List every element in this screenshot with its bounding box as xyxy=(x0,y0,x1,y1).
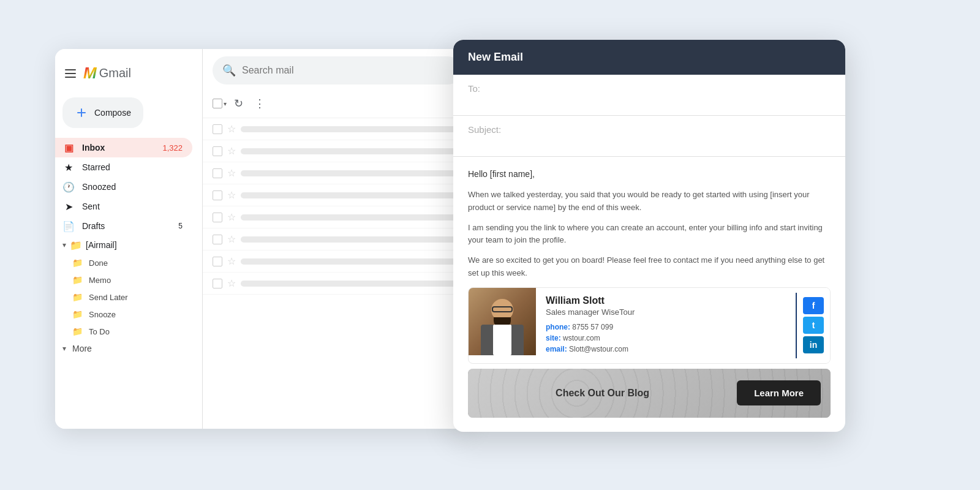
drafts-label: Drafts xyxy=(82,221,105,231)
snoozed-label: Snoozed xyxy=(82,182,116,192)
linkedin-button[interactable]: in xyxy=(803,336,824,353)
todo-label: To Do xyxy=(89,327,110,336)
signature-phone: phone: 8755 57 099 xyxy=(546,323,786,331)
to-input[interactable] xyxy=(468,96,831,106)
signature-site: site: wstour.com xyxy=(546,334,786,342)
row-checkbox[interactable] xyxy=(213,190,222,200)
phone-value: 8755 57 099 xyxy=(572,323,613,331)
twitter-button[interactable]: t xyxy=(803,317,824,334)
to-field-row: To: xyxy=(453,75,845,116)
row-checkbox[interactable] xyxy=(213,168,222,178)
signature-photo xyxy=(469,288,536,355)
star-icon[interactable]: ☆ xyxy=(227,123,236,135)
row-checkbox[interactable] xyxy=(213,257,222,266)
gmail-window: M Gmail Compose ▣ Inbox 1,322 ★ Starred … xyxy=(55,49,472,429)
sidebar-item-more[interactable]: ▾ More xyxy=(55,340,202,357)
memo-label: Memo xyxy=(89,276,111,285)
more-label: More xyxy=(72,344,92,353)
send-later-folder-icon: 📁 xyxy=(72,292,83,302)
plus-icon xyxy=(75,106,88,119)
sidebar-item-todo[interactable]: 📁 To Do xyxy=(55,323,202,340)
person-glasses xyxy=(492,306,513,312)
search-input[interactable] xyxy=(242,65,452,76)
star-icon: ★ xyxy=(62,161,75,173)
row-checkbox[interactable] xyxy=(213,146,222,156)
star-icon[interactable]: ☆ xyxy=(227,233,236,245)
more-chevron-icon: ▾ xyxy=(62,344,66,353)
table-row[interactable]: ☆ xyxy=(203,206,472,228)
person-shirt xyxy=(493,325,511,355)
site-value: wstour.com xyxy=(563,334,600,342)
email-preview-bar xyxy=(241,192,462,198)
email-list-panel: 🔍 ▾ ↻ ⋮ ☆ ☆ ☆ xyxy=(202,49,472,429)
table-row[interactable]: ☆ xyxy=(203,251,472,273)
email-signature: William Slott Sales manager WiseTour pho… xyxy=(468,287,831,364)
sidebar-item-drafts[interactable]: 📄 Drafts 5 xyxy=(55,216,192,236)
table-row[interactable]: ☆ xyxy=(203,118,472,140)
table-row[interactable]: ☆ xyxy=(203,162,472,184)
email-preview-bar xyxy=(241,148,462,154)
sidebar-item-snoozed[interactable]: 🕐 Snoozed xyxy=(55,177,192,197)
email-toolbar: ▾ ↻ ⋮ xyxy=(203,92,472,118)
table-row[interactable]: ☆ xyxy=(203,228,472,251)
star-icon[interactable]: ☆ xyxy=(227,211,236,223)
table-row[interactable]: ☆ xyxy=(203,184,472,206)
sidebar-item-memo[interactable]: 📁 Memo xyxy=(55,271,202,288)
star-icon[interactable]: ☆ xyxy=(227,145,236,157)
star-icon[interactable]: ☆ xyxy=(227,167,236,179)
gmail-m-icon: M xyxy=(83,64,97,83)
snooze-folder-icon: 📁 xyxy=(72,309,83,319)
blog-check-text: Check Out Our Blog xyxy=(468,388,737,399)
compose-label: Compose xyxy=(94,108,131,118)
email-paragraph-2: I am sending you the link to where you c… xyxy=(468,222,831,247)
email-preview-bar xyxy=(241,281,462,287)
hamburger-icon[interactable] xyxy=(65,67,77,80)
star-icon[interactable]: ☆ xyxy=(227,189,236,201)
select-checkbox[interactable] xyxy=(213,99,222,108)
signature-name: William Slott xyxy=(546,295,786,306)
sidebar-item-inbox[interactable]: ▣ Inbox 1,322 xyxy=(55,138,192,157)
send-later-label: Send Later xyxy=(89,293,128,302)
new-email-title: New Email xyxy=(468,51,523,63)
table-row[interactable]: ☆ xyxy=(203,273,472,295)
email-value: Slott@wstour.com xyxy=(569,345,628,353)
compose-button[interactable]: Compose xyxy=(62,97,143,128)
sidebar-item-snooze[interactable]: 📁 Snooze xyxy=(55,306,202,323)
more-options-button[interactable]: ⋮ xyxy=(251,94,269,113)
starred-label: Starred xyxy=(82,162,110,172)
sent-label: Sent xyxy=(82,202,100,211)
subject-input[interactable] xyxy=(468,137,831,147)
refresh-button[interactable]: ↻ xyxy=(230,94,247,113)
row-checkbox[interactable] xyxy=(213,279,222,288)
select-all-checkbox[interactable]: ▾ xyxy=(213,99,227,108)
sidebar-item-send-later[interactable]: 📁 Send Later xyxy=(55,288,202,306)
drafts-badge: 5 xyxy=(178,222,183,230)
done-label: Done xyxy=(89,258,108,268)
memo-folder-icon: 📁 xyxy=(72,275,83,285)
facebook-button[interactable]: f xyxy=(803,297,824,314)
sidebar-item-starred[interactable]: ★ Starred xyxy=(55,157,192,177)
signature-title: Sales manager WiseTour xyxy=(546,307,786,317)
social-buttons: f t in xyxy=(797,288,830,363)
subject-label: Subject: xyxy=(468,124,501,135)
star-icon[interactable]: ☆ xyxy=(227,277,236,289)
row-checkbox[interactable] xyxy=(213,235,222,244)
row-checkbox[interactable] xyxy=(213,213,222,222)
email-greeting: Hello [first name], xyxy=(468,169,831,179)
gmail-label: Gmail xyxy=(99,66,131,80)
select-dropdown-icon[interactable]: ▾ xyxy=(224,100,227,107)
folder-icon: 📁 xyxy=(70,239,82,251)
sidebar: M Gmail Compose ▣ Inbox 1,322 ★ Starred … xyxy=(55,49,202,429)
subject-field-row: Subject: xyxy=(453,116,845,157)
sidebar-item-sent[interactable]: ➤ Sent xyxy=(55,197,192,216)
star-icon[interactable]: ☆ xyxy=(227,255,236,267)
email-rows: ☆ ☆ ☆ ☆ ☆ xyxy=(203,118,472,429)
learn-more-button[interactable]: Learn More xyxy=(737,380,821,405)
inbox-icon: ▣ xyxy=(62,141,75,154)
signature-email: email: Slott@wstour.com xyxy=(546,345,786,353)
row-checkbox[interactable] xyxy=(213,124,222,134)
search-bar[interactable]: 🔍 xyxy=(213,56,462,85)
sidebar-item-done[interactable]: 📁 Done xyxy=(55,254,202,271)
airmail-folder[interactable]: ▾ 📁 [Airmail] xyxy=(55,236,202,254)
table-row[interactable]: ☆ xyxy=(203,140,472,162)
